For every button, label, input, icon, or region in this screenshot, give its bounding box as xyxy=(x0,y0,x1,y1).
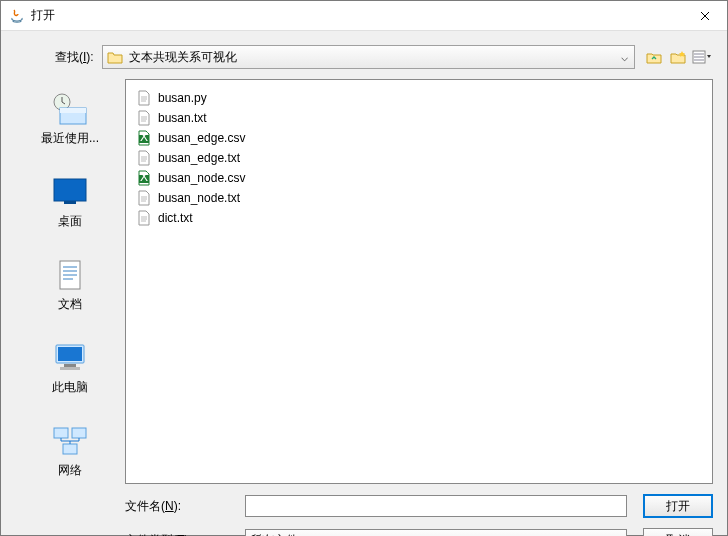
look-in-value: 文本共现关系可视化 xyxy=(129,49,616,66)
place-computer[interactable]: 此电脑 xyxy=(27,336,113,401)
svg-text:X: X xyxy=(140,130,148,144)
file-row[interactable]: busan.py xyxy=(132,88,706,108)
chevron-down-icon: ⌵ xyxy=(616,50,632,64)
place-network[interactable]: 网络 xyxy=(27,419,113,484)
place-label: 此电脑 xyxy=(52,379,88,396)
text-file-icon xyxy=(136,90,152,106)
place-recent[interactable]: 最近使用... xyxy=(27,87,113,152)
file-name: busan.py xyxy=(158,91,207,105)
open-dialog: 打开 查找(I): 文本共现关系可视化 ⌵ xyxy=(0,0,728,536)
file-row[interactable]: Xbusan_node.csv xyxy=(132,168,706,188)
filetype-label: 文件类型(T): xyxy=(125,532,245,537)
svg-rect-12 xyxy=(72,428,86,438)
file-name: dict.txt xyxy=(158,211,193,225)
java-icon xyxy=(9,8,25,24)
documents-icon xyxy=(50,258,90,292)
close-button[interactable] xyxy=(683,1,727,31)
file-name: busan_node.csv xyxy=(158,171,245,185)
place-desktop[interactable]: 桌面 xyxy=(27,170,113,235)
svg-rect-13 xyxy=(63,444,77,454)
filetype-value: 所有文件 xyxy=(250,532,615,537)
place-label: 桌面 xyxy=(58,213,82,230)
recent-icon xyxy=(50,92,90,126)
filename-input[interactable] xyxy=(245,495,627,517)
text-file-icon xyxy=(136,150,152,166)
place-label: 文档 xyxy=(58,296,82,313)
filename-row: 文件名(N): 打开 xyxy=(125,494,713,518)
excel-file-icon: X xyxy=(136,130,152,146)
file-row[interactable]: busan.txt xyxy=(132,108,706,128)
text-file-icon xyxy=(136,210,152,226)
view-menu-button[interactable] xyxy=(691,46,713,68)
place-label: 网络 xyxy=(58,462,82,479)
window-title: 打开 xyxy=(31,7,683,24)
bottom-panel: 文件名(N): 打开 文件类型(T): 所有文件 ⌵ 取消 xyxy=(15,494,713,536)
look-in-row: 查找(I): 文本共现关系可视化 ⌵ xyxy=(15,45,713,69)
text-file-icon xyxy=(136,190,152,206)
svg-text:X: X xyxy=(140,170,148,184)
excel-file-icon: X xyxy=(136,170,152,186)
dialog-body: 查找(I): 文本共现关系可视化 ⌵ xyxy=(1,31,727,536)
file-list[interactable]: busan.pybusan.txtXbusan_edge.csvbusan_ed… xyxy=(125,79,713,484)
file-name: busan_node.txt xyxy=(158,191,240,205)
place-documents[interactable]: 文档 xyxy=(27,253,113,318)
folder-icon xyxy=(107,50,123,64)
network-icon xyxy=(50,424,90,458)
look-in-combo[interactable]: 文本共现关系可视化 ⌵ xyxy=(102,45,635,69)
file-row[interactable]: busan_node.txt xyxy=(132,188,706,208)
svg-rect-8 xyxy=(58,347,82,361)
svg-rect-10 xyxy=(60,367,80,370)
svg-rect-3 xyxy=(60,108,86,113)
place-label: 最近使用... xyxy=(41,130,99,147)
desktop-icon xyxy=(50,175,90,209)
file-name: busan_edge.txt xyxy=(158,151,240,165)
file-row[interactable]: busan_edge.txt xyxy=(132,148,706,168)
titlebar: 打开 xyxy=(1,1,727,31)
new-folder-button[interactable] xyxy=(667,46,689,68)
svg-rect-4 xyxy=(54,179,86,201)
open-button[interactable]: 打开 xyxy=(643,494,713,518)
places-sidebar: 最近使用... 桌面 文档 此电脑 网络 xyxy=(15,79,125,484)
file-name: busan.txt xyxy=(158,111,207,125)
look-in-label: 查找(I): xyxy=(55,49,94,66)
filetype-row: 文件类型(T): 所有文件 ⌵ 取消 xyxy=(125,528,713,536)
svg-rect-9 xyxy=(64,364,76,367)
svg-rect-5 xyxy=(64,201,76,204)
file-name: busan_edge.csv xyxy=(158,131,245,145)
svg-rect-11 xyxy=(54,428,68,438)
cancel-button[interactable]: 取消 xyxy=(643,528,713,536)
file-row[interactable]: Xbusan_edge.csv xyxy=(132,128,706,148)
mid-row: 最近使用... 桌面 文档 此电脑 网络 xyxy=(15,79,713,484)
filename-label: 文件名(N): xyxy=(125,498,245,515)
file-row[interactable]: dict.txt xyxy=(132,208,706,228)
up-folder-button[interactable] xyxy=(643,46,665,68)
toolbar xyxy=(643,46,713,68)
filetype-combo[interactable]: 所有文件 ⌵ xyxy=(245,529,627,536)
text-file-icon xyxy=(136,110,152,126)
computer-icon xyxy=(50,341,90,375)
